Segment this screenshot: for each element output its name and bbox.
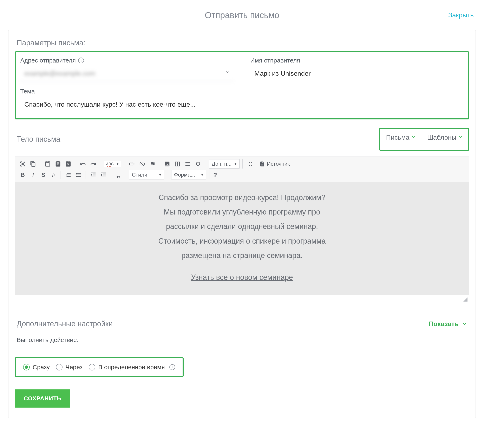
undo-icon[interactable] — [79, 160, 87, 168]
more-plugins-combo[interactable]: Доп. п... ▼ — [209, 159, 240, 168]
resize-handle[interactable] — [15, 295, 469, 303]
cut-icon[interactable] — [19, 160, 26, 168]
templates-picker[interactable]: Шаблоны — [426, 132, 464, 144]
content-line: размещена на странице семинара. — [28, 248, 456, 263]
info-icon[interactable]: i — [169, 364, 175, 370]
content-line: Спасибо за просмотр видео-курса! Продолж… — [28, 190, 456, 205]
subject-label: Тема — [20, 88, 35, 95]
radio-at-time-label: В определенное время — [98, 364, 165, 371]
unlink-icon[interactable] — [138, 160, 146, 168]
radio-after-label: Через — [65, 364, 82, 371]
extra-section-title: Дополнительные настройки — [17, 320, 113, 328]
paste-icon[interactable] — [44, 160, 51, 168]
styles-label: Стили — [132, 172, 147, 178]
radio-dot-icon — [56, 364, 63, 370]
outdent-icon[interactable] — [89, 171, 97, 179]
bullet-list-icon[interactable] — [75, 171, 82, 179]
templates-picker-label: Шаблоны — [427, 134, 456, 141]
radio-dot-icon — [89, 364, 95, 370]
chevron-down-icon — [458, 135, 463, 140]
content-line: Мы подготовили углубленную программу про — [28, 205, 456, 219]
maximize-icon[interactable] — [247, 160, 254, 168]
sender-address-label: Адрес отправителя — [20, 57, 76, 64]
more-plugins-label: Доп. п... — [212, 161, 232, 167]
save-button[interactable]: СОХРАНИТЬ — [15, 389, 70, 408]
params-highlight-frame: Адрес отправителя i Имя отправителя — [15, 51, 469, 120]
bold-icon[interactable]: B — [19, 171, 26, 179]
letters-picker[interactable]: Письма — [385, 132, 417, 144]
chevron-down-icon — [225, 70, 230, 76]
editor-content[interactable]: Спасибо за просмотр видео-курса! Продолж… — [15, 182, 469, 295]
content-line: Стоимость, информация о спикере и програ… — [28, 234, 456, 248]
content-line: рассылки и сделали однодневный семинар. — [28, 219, 456, 234]
special-char-icon[interactable]: Ω — [194, 160, 202, 168]
page-title: Отправить письмо — [205, 10, 279, 20]
main-panel: Параметры письма: Адрес отправителя i Им… — [8, 30, 476, 418]
table-icon[interactable] — [174, 160, 181, 168]
editor-toolbar: ABC ▼ Ω — [15, 157, 469, 182]
link-icon[interactable] — [128, 160, 136, 168]
help-icon[interactable]: ? — [211, 171, 219, 179]
format-combo[interactable]: Форма... ▼ — [171, 170, 206, 179]
radio-now-label: Сразу — [32, 364, 50, 371]
indent-icon[interactable] — [100, 171, 107, 179]
info-icon[interactable]: i — [78, 57, 84, 63]
styles-combo[interactable]: Стили ▼ — [129, 170, 164, 179]
italic-icon[interactable]: I — [29, 171, 37, 179]
radio-dot-icon — [23, 364, 30, 370]
radio-after[interactable]: Через — [56, 364, 82, 371]
chevron-down-icon — [411, 135, 416, 140]
hr-icon[interactable] — [184, 160, 192, 168]
sender-name-input[interactable] — [250, 67, 464, 81]
redo-icon[interactable] — [89, 160, 97, 168]
strike-icon[interactable]: S — [40, 171, 47, 179]
paste-text-icon[interactable] — [54, 160, 62, 168]
numbered-list-icon[interactable] — [65, 171, 72, 179]
letters-picker-label: Письма — [386, 134, 409, 141]
params-section-title: Параметры письма: — [17, 39, 469, 47]
source-button[interactable]: Источник — [259, 161, 290, 167]
rich-text-editor: ABC ▼ Ω — [15, 157, 469, 303]
spellcheck-combo[interactable]: ABC ▼ — [104, 161, 121, 167]
show-toggle[interactable]: Показать — [429, 320, 467, 328]
content-link[interactable]: Узнать все о новом семинаре — [191, 270, 293, 285]
sender-address-select[interactable] — [20, 67, 234, 81]
action-highlight-frame: Сразу Через В определенное время i — [15, 357, 184, 377]
divider — [16, 350, 468, 350]
format-label: Форма... — [174, 172, 195, 178]
image-icon[interactable] — [163, 160, 171, 168]
body-section-title: Тело письма — [17, 135, 60, 144]
close-button[interactable]: Закрыть — [448, 11, 474, 19]
radio-at-time[interactable]: В определенное время i — [89, 364, 175, 371]
remove-format-icon[interactable]: Ix — [50, 171, 57, 179]
picker-highlight-frame: Письма Шаблоны — [379, 128, 469, 151]
sender-name-label: Имя отправителя — [250, 57, 300, 64]
show-label: Показать — [429, 320, 459, 328]
source-label: Источник — [267, 161, 290, 167]
radio-now[interactable]: Сразу — [23, 364, 50, 371]
paste-word-icon[interactable] — [65, 160, 72, 168]
anchor-icon[interactable] — [149, 160, 156, 168]
chevron-down-icon — [462, 321, 467, 327]
blockquote-icon[interactable]: ,, — [114, 171, 122, 179]
copy-icon[interactable] — [29, 160, 37, 168]
subject-input[interactable] — [20, 98, 464, 112]
action-label: Выполнить действие: — [17, 336, 469, 346]
sender-address-input[interactable] — [20, 67, 234, 81]
